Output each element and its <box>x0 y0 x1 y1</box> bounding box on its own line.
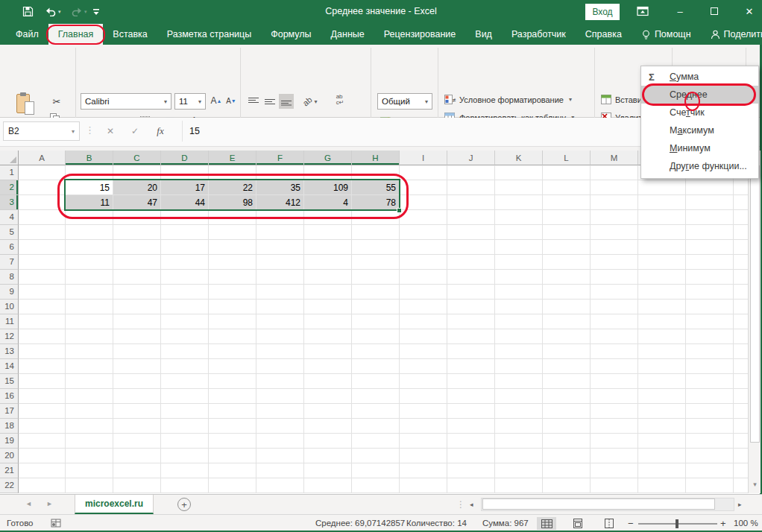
menu-item-максимум[interactable]: Максимум <box>641 121 758 139</box>
cell-H4[interactable] <box>352 210 400 225</box>
cell-D9[interactable] <box>161 285 209 300</box>
cell-H9[interactable] <box>352 285 400 300</box>
cell-E21[interactable] <box>209 463 256 478</box>
cell-H22[interactable] <box>352 478 400 493</box>
cell-M7[interactable] <box>591 255 638 270</box>
status-count[interactable]: Количество: 14 <box>406 519 467 528</box>
cell-O12[interactable] <box>686 329 734 344</box>
cell-K13[interactable] <box>495 344 543 359</box>
cell-H16[interactable] <box>352 389 400 404</box>
cell-J14[interactable] <box>447 359 495 374</box>
ribbon-tab-файл[interactable]: Файл <box>6 24 48 45</box>
maximize-button[interactable] <box>702 0 727 22</box>
cell-J4[interactable] <box>447 210 495 225</box>
column-header-E[interactable]: E <box>209 151 256 165</box>
hscroll-left-arrow[interactable]: ◂ <box>470 501 473 508</box>
cell-I13[interactable] <box>400 344 447 359</box>
cell-P19[interactable] <box>734 434 749 449</box>
cell-K3[interactable] <box>495 195 543 210</box>
row-header-6[interactable]: 6 <box>0 240 19 255</box>
cell-I1[interactable] <box>400 165 447 180</box>
cell-M17[interactable] <box>591 404 638 419</box>
cell-A3[interactable] <box>19 195 66 210</box>
cell-F8[interactable] <box>256 270 304 285</box>
cell-I18[interactable] <box>400 419 447 434</box>
cell-B12[interactable] <box>66 329 113 344</box>
cell-I5[interactable] <box>400 225 447 240</box>
cell-A17[interactable] <box>19 404 66 419</box>
cell-J2[interactable] <box>447 180 495 195</box>
column-header-A[interactable]: A <box>19 151 66 165</box>
cell-I10[interactable] <box>400 300 447 314</box>
hscroll-right-arrow[interactable]: ▸ <box>738 501 742 508</box>
fill-handle[interactable] <box>397 208 402 213</box>
cell-D1[interactable] <box>161 165 209 180</box>
cell-L20[interactable] <box>543 449 591 463</box>
cell-N18[interactable] <box>638 419 686 434</box>
cell-N4[interactable] <box>638 210 686 225</box>
cell-H13[interactable] <box>352 344 400 359</box>
ribbon-tab-вставка[interactable]: Вставка <box>103 24 157 45</box>
cell-J6[interactable] <box>447 240 495 255</box>
row-header-1[interactable]: 1 <box>0 165 19 180</box>
cell-B15[interactable] <box>66 374 113 389</box>
cell-L3[interactable] <box>543 195 591 210</box>
zoom-slider-thumb[interactable] <box>676 519 678 528</box>
cell-O8[interactable] <box>686 270 734 285</box>
cell-B10[interactable] <box>66 300 113 314</box>
cut-button[interactable]: ✂ <box>48 94 66 109</box>
cell-D15[interactable] <box>161 374 209 389</box>
cell-P21[interactable] <box>734 463 749 478</box>
cell-P17[interactable] <box>734 404 749 419</box>
cell-D5[interactable] <box>161 225 209 240</box>
cell-D14[interactable] <box>161 359 209 374</box>
cell-B5[interactable] <box>66 225 113 240</box>
ribbon-tab-формулы[interactable]: Формулы <box>261 24 321 45</box>
orientation-button[interactable]: ab <box>298 94 322 109</box>
cell-D13[interactable] <box>161 344 209 359</box>
zoom-level[interactable]: 100 % <box>734 519 758 528</box>
cell-O10[interactable] <box>686 300 734 314</box>
cell-G13[interactable] <box>304 344 352 359</box>
cell-L17[interactable] <box>543 404 591 419</box>
cell-K15[interactable] <box>495 374 543 389</box>
cell-N19[interactable] <box>638 434 686 449</box>
cell-F11[interactable] <box>256 314 304 329</box>
cell-I11[interactable] <box>400 314 447 329</box>
cell-H15[interactable] <box>352 374 400 389</box>
cell-E2[interactable]: 22 <box>209 180 256 195</box>
cell-O3[interactable] <box>686 195 734 210</box>
cell-I9[interactable] <box>400 285 447 300</box>
cell-O19[interactable] <box>686 434 734 449</box>
cell-J10[interactable] <box>447 300 495 314</box>
formula-input[interactable]: 15 <box>189 126 200 136</box>
cell-E18[interactable] <box>209 419 256 434</box>
cell-E1[interactable] <box>209 165 256 180</box>
cell-O2[interactable] <box>686 180 734 195</box>
row-header-3[interactable]: 3 <box>0 195 19 210</box>
cell-J1[interactable] <box>447 165 495 180</box>
cell-K22[interactable] <box>495 478 543 493</box>
cell-L14[interactable] <box>543 359 591 374</box>
cell-A10[interactable] <box>19 300 66 314</box>
cell-O7[interactable] <box>686 255 734 270</box>
cell-N16[interactable] <box>638 389 686 404</box>
cell-L12[interactable] <box>543 329 591 344</box>
cell-E8[interactable] <box>209 270 256 285</box>
cell-G22[interactable] <box>304 478 352 493</box>
cell-M21[interactable] <box>591 463 638 478</box>
cell-E14[interactable] <box>209 359 256 374</box>
cell-M9[interactable] <box>591 285 638 300</box>
cell-M19[interactable] <box>591 434 638 449</box>
vertical-scroll-thumb[interactable] <box>750 165 760 443</box>
cell-P20[interactable] <box>734 449 749 463</box>
cell-C10[interactable] <box>113 300 161 314</box>
cell-C6[interactable] <box>113 240 161 255</box>
cell-M15[interactable] <box>591 374 638 389</box>
cell-D7[interactable] <box>161 255 209 270</box>
ribbon-tab-данные[interactable]: Данные <box>321 24 374 45</box>
wrap-text-button[interactable]: abc↵ <box>330 92 350 107</box>
cell-N3[interactable] <box>638 195 686 210</box>
cell-D22[interactable] <box>161 478 209 493</box>
cell-J5[interactable] <box>447 225 495 240</box>
